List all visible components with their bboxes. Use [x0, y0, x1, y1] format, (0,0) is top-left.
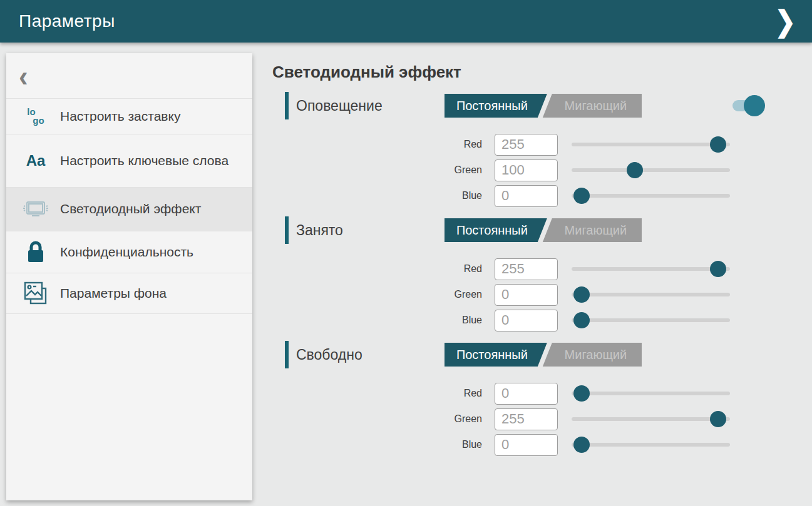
- green-label: Green: [272, 413, 495, 425]
- mode-option-constant[interactable]: Постоянный: [445, 343, 547, 367]
- sidebar-item-label: Конфиденциальность: [60, 244, 193, 260]
- mode-option-blinking[interactable]: Мигающий: [541, 94, 642, 118]
- slider-thumb[interactable]: [573, 437, 590, 453]
- green-label: Green: [272, 289, 495, 300]
- sidebar-back-button[interactable]: ‹: [6, 53, 252, 99]
- sidebar-item-label: Светодиодный эффект: [60, 201, 201, 217]
- accent-bar: [285, 92, 289, 119]
- slider-track: [572, 168, 730, 172]
- logo-icon: logo: [21, 108, 50, 126]
- slider-track: [572, 417, 730, 421]
- mode-option-blinking[interactable]: Мигающий: [541, 343, 642, 367]
- slider-track: [572, 194, 730, 198]
- page-title: Параметры: [19, 11, 115, 31]
- accent-bar: [285, 216, 289, 244]
- section-label: Свободно: [296, 347, 362, 363]
- red-slider[interactable]: [572, 385, 730, 402]
- slider-track: [572, 443, 730, 447]
- green-slider[interactable]: [572, 286, 730, 303]
- lock-icon: [21, 240, 50, 265]
- blue-label: Blue: [272, 439, 495, 450]
- text-aa-icon: Aa: [21, 152, 50, 170]
- settings-sidebar: ‹ logo Настроить заставку Aa Настроить к…: [6, 53, 252, 500]
- slider-thumb[interactable]: [710, 136, 726, 153]
- slider-thumb[interactable]: [573, 312, 590, 328]
- sidebar-item-label: Параметры фона: [60, 285, 167, 301]
- red-label: Red: [272, 388, 495, 399]
- blue-slider[interactable]: [572, 188, 730, 204]
- red-input[interactable]: [495, 134, 558, 156]
- sidebar-item-keywords[interactable]: Aa Настроить ключевые слова: [6, 134, 252, 188]
- slider-thumb[interactable]: [573, 385, 590, 402]
- mode-option-blinking[interactable]: Мигающий: [541, 218, 642, 242]
- blue-label: Blue: [272, 315, 495, 326]
- slider-thumb[interactable]: [573, 188, 590, 204]
- red-input[interactable]: [495, 383, 558, 405]
- red-label: Red: [272, 139, 495, 150]
- red-slider[interactable]: [572, 261, 730, 277]
- sidebar-item-label: Настроить ключевые слова: [60, 153, 229, 169]
- toggle-knob[interactable]: [744, 95, 765, 116]
- slider-track: [572, 293, 730, 296]
- forward-chevron-icon[interactable]: ❯: [774, 7, 796, 36]
- mode-option-constant[interactable]: Постоянный: [445, 218, 547, 242]
- green-label: Green: [272, 164, 495, 176]
- section-busy: Занято Мигающий Постоянный Red Green: [272, 216, 812, 331]
- red-input[interactable]: [495, 258, 558, 280]
- blue-input[interactable]: [495, 434, 558, 456]
- section-label: Оповещение: [296, 98, 383, 114]
- section-free: Свободно Мигающий Постоянный Red Green: [272, 341, 812, 456]
- mode-option-constant[interactable]: Постоянный: [445, 94, 547, 118]
- accent-bar: [285, 341, 289, 368]
- section-label: Занято: [296, 222, 343, 239]
- blue-label: Blue: [272, 190, 495, 201]
- display-icon: [21, 197, 50, 222]
- green-input[interactable]: [495, 408, 558, 430]
- slider-track: [572, 267, 730, 271]
- led-effect-panel: Светодиодный эффект Оповещение Мигающий …: [272, 53, 812, 465]
- blue-input[interactable]: [495, 185, 558, 207]
- slider-thumb[interactable]: [710, 261, 726, 277]
- slider-thumb[interactable]: [573, 286, 590, 303]
- red-label: Red: [272, 263, 495, 275]
- red-slider[interactable]: [572, 136, 730, 153]
- app-bar: Параметры ❯: [0, 0, 812, 43]
- sidebar-item-privacy[interactable]: Конфиденциальность: [6, 231, 252, 273]
- blue-slider[interactable]: [572, 312, 730, 328]
- sidebar-item-label: Настроить заставку: [60, 108, 180, 124]
- sidebar-item-background[interactable]: Параметры фона: [6, 273, 252, 314]
- green-slider[interactable]: [572, 162, 730, 178]
- section-title: Светодиодный эффект: [272, 63, 812, 82]
- sidebar-item-splash-screen[interactable]: logo Настроить заставку: [6, 99, 252, 134]
- sidebar-item-led-effect[interactable]: Светодиодный эффект: [6, 188, 252, 231]
- mode-segmented-control: Мигающий Постоянный: [445, 94, 642, 118]
- slider-track: [572, 318, 730, 322]
- back-chevron-icon: ‹: [19, 61, 28, 91]
- section-alert: Оповещение Мигающий Постоянный Red Green: [272, 92, 812, 207]
- blue-input[interactable]: [495, 310, 558, 331]
- slider-track: [572, 392, 730, 395]
- blue-slider[interactable]: [572, 437, 730, 453]
- green-input[interactable]: [495, 284, 558, 306]
- slider-thumb[interactable]: [627, 162, 643, 178]
- green-input[interactable]: [495, 159, 558, 181]
- images-icon: [21, 281, 50, 306]
- alert-toggle[interactable]: [732, 100, 765, 111]
- slider-thumb[interactable]: [710, 411, 726, 427]
- mode-segmented-control: Мигающий Постоянный: [445, 343, 642, 367]
- slider-track: [572, 143, 730, 146]
- green-slider[interactable]: [572, 411, 730, 427]
- mode-segmented-control: Мигающий Постоянный: [445, 218, 642, 242]
